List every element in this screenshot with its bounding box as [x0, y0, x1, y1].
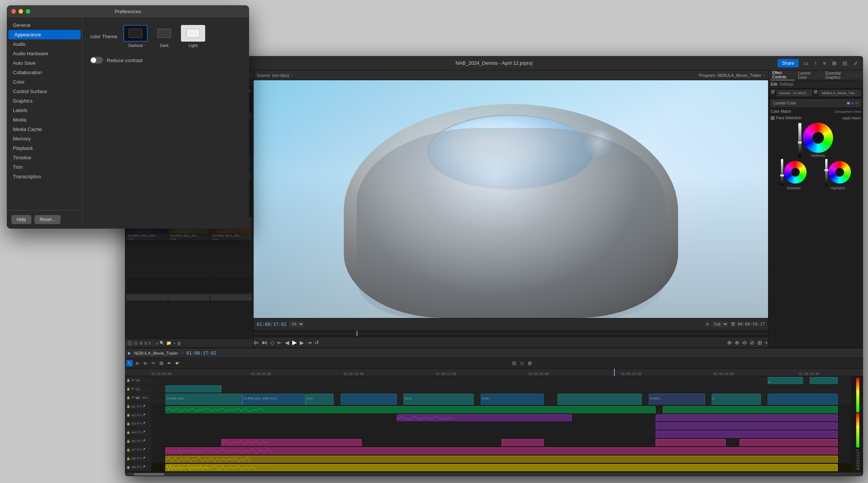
reset-icon[interactable]: ↺	[855, 101, 858, 105]
new-folder-icon[interactable]: 📁	[166, 341, 171, 346]
list-icon[interactable]: ☰	[134, 341, 138, 346]
ripple-edit-tool[interactable]: ⊳	[142, 360, 149, 367]
eye-icon-v2[interactable]: 👁	[131, 387, 134, 391]
captions-icon[interactable]: ⊞	[527, 360, 533, 367]
theme-option-dark[interactable]: Dark	[152, 25, 176, 48]
comparison-view-button[interactable]: Comparison View	[834, 110, 861, 114]
v1-clip-5[interactable]: V1-G...	[404, 394, 474, 405]
close-button[interactable]	[11, 9, 16, 14]
eye-icon-v1[interactable]: 👁	[131, 396, 134, 399]
a3-track-row[interactable]	[151, 422, 852, 430]
theme-box-light[interactable]	[181, 25, 205, 42]
export-icon[interactable]: ↑	[813, 59, 818, 67]
v1-clip-9[interactable]: fx	[712, 394, 761, 405]
a1-clip-1[interactable]	[165, 406, 656, 414]
a2-clip-1[interactable]	[397, 414, 572, 422]
scrollbar-track[interactable]	[126, 473, 862, 475]
lift-icon[interactable]: ⊖	[742, 340, 747, 346]
v1-clip-10[interactable]	[768, 394, 838, 405]
reduce-contrast-toggle[interactable]	[90, 57, 103, 64]
overwrite-icon[interactable]: ⊗	[735, 340, 739, 346]
v1-clip-7[interactable]	[558, 394, 642, 405]
quality-select[interactable]: Full	[711, 321, 728, 327]
freeform-icon[interactable]: ⊟	[144, 341, 148, 346]
a5-clip-3[interactable]	[656, 439, 726, 447]
v3-clip-2[interactable]	[810, 377, 838, 385]
insert-icon[interactable]: ⊕	[727, 340, 732, 346]
a8-track-row[interactable]	[151, 455, 852, 463]
a7-track-row[interactable]	[151, 447, 852, 455]
v1-clip-4[interactable]	[341, 394, 397, 405]
thumbnail-11[interactable]	[168, 277, 210, 301]
lock-icon-a1[interactable]: 🔒	[126, 405, 130, 408]
a5-track-row[interactable]	[151, 438, 852, 447]
v1-clip-2[interactable]: V1-0002_A011_A005_0112...	[243, 394, 306, 405]
sidebar-item-audio-hardware[interactable]: Audio Hardware	[7, 49, 82, 58]
settings-subtab[interactable]: Settings	[779, 82, 793, 86]
v1-clip-3[interactable]: V1-0...	[305, 394, 333, 405]
apply-match-button[interactable]: Apply Match	[842, 116, 861, 120]
theme-box-dark[interactable]	[152, 25, 176, 42]
sidebar-item-memory[interactable]: Memory	[7, 134, 82, 143]
a9-clip-1[interactable]	[165, 464, 838, 472]
lumetri-color-tab[interactable]: Lumetri Color	[796, 70, 819, 80]
workspaces-icon[interactable]: ⊟	[841, 59, 849, 67]
lock-icon-v1[interactable]: 🔒	[126, 396, 130, 399]
timeline-timecode[interactable]: 01:00:37:02	[186, 351, 216, 356]
lumetri-dropdown[interactable]: Lumetri Color fx ▾ ↺	[771, 100, 861, 107]
slip-tool[interactable]: ⊞	[158, 360, 165, 367]
media-browser-icon[interactable]: ⊞	[831, 59, 838, 67]
v3-track-row[interactable]: fx	[151, 376, 852, 385]
new-item-icon[interactable]: +	[173, 341, 175, 346]
shadows-wheel[interactable]	[784, 161, 807, 184]
share-button[interactable]: Share	[778, 59, 799, 67]
playback-scrubber[interactable]	[254, 330, 768, 337]
edit-subtab[interactable]: Edit	[771, 82, 777, 86]
add-icon[interactable]: +	[765, 340, 768, 346]
export-frame-icon[interactable]: ⊞	[757, 340, 762, 346]
menu-icon[interactable]: ≡	[821, 59, 827, 67]
sidebar-item-color[interactable]: Color	[7, 77, 82, 87]
a9-track-row[interactable]	[151, 463, 852, 472]
track-select-tool[interactable]: ⊳	[134, 360, 141, 367]
snap-icon[interactable]: ⊟	[511, 360, 517, 367]
thumbnail-12[interactable]	[210, 277, 252, 301]
automate-icon[interactable]: ≡	[156, 341, 158, 346]
theme-box-darkest[interactable]	[123, 25, 148, 42]
fit-select[interactable]: Fit	[289, 321, 304, 327]
source-clip-button[interactable]: Source - V1-0013_A01...	[776, 90, 812, 96]
sidebar-item-audio[interactable]: Audio	[7, 39, 82, 49]
next-edit-icon[interactable]: ⇥	[307, 340, 312, 346]
thumbnail-10[interactable]	[126, 277, 168, 301]
lock-icon-v3[interactable]: 🔒	[126, 379, 130, 382]
search-icon[interactable]: 🔍	[159, 341, 165, 346]
a1-track-row[interactable]	[151, 405, 852, 414]
timeline-scrollbar[interactable]	[125, 472, 863, 476]
sidebar-item-auto-save[interactable]: Auto Save	[7, 58, 82, 68]
a5-clip-2[interactable]	[502, 439, 544, 447]
highlights-wheel[interactable]	[828, 161, 851, 184]
lock-icon-a7[interactable]: 🔒	[126, 448, 130, 452]
a5-clip-1[interactable]	[221, 439, 362, 447]
face-detection-checkbox[interactable]: ✓	[771, 116, 774, 120]
markers-icon[interactable]: ◇	[519, 360, 525, 367]
a7-clip-1[interactable]	[165, 447, 838, 455]
sidebar-item-media[interactable]: Media	[7, 115, 82, 125]
a2-track-row[interactable]	[151, 414, 852, 422]
sidebar-item-control-surface[interactable]: Control Surface	[7, 87, 82, 96]
eye-icon-v3[interactable]: 👁	[131, 379, 134, 382]
sidebar-item-graphics[interactable]: Graphics	[7, 96, 82, 106]
add-marker-icon[interactable]: ◇	[270, 340, 274, 346]
effect-controls-tab[interactable]: Effect Controls	[771, 70, 795, 80]
sidebar-item-trim[interactable]: Trim	[7, 162, 82, 172]
mark-in-icon[interactable]: ⧐	[254, 340, 259, 346]
v2-track-row[interactable]	[151, 385, 852, 393]
theme-option-light[interactable]: Light	[181, 25, 205, 48]
help-button[interactable]: Help	[11, 215, 31, 224]
v1-clip-1[interactable]: V1-0001_A011...	[165, 394, 243, 405]
fullscreen-icon[interactable]: ⤢	[852, 59, 859, 67]
metadata-icon[interactable]: ℹ	[149, 341, 151, 346]
lock-icon-a8[interactable]: 🔒	[126, 457, 130, 460]
play-button[interactable]: ▶	[292, 339, 297, 346]
v1-clip-v1-0013[interactable]: V1-0013...	[649, 394, 705, 405]
